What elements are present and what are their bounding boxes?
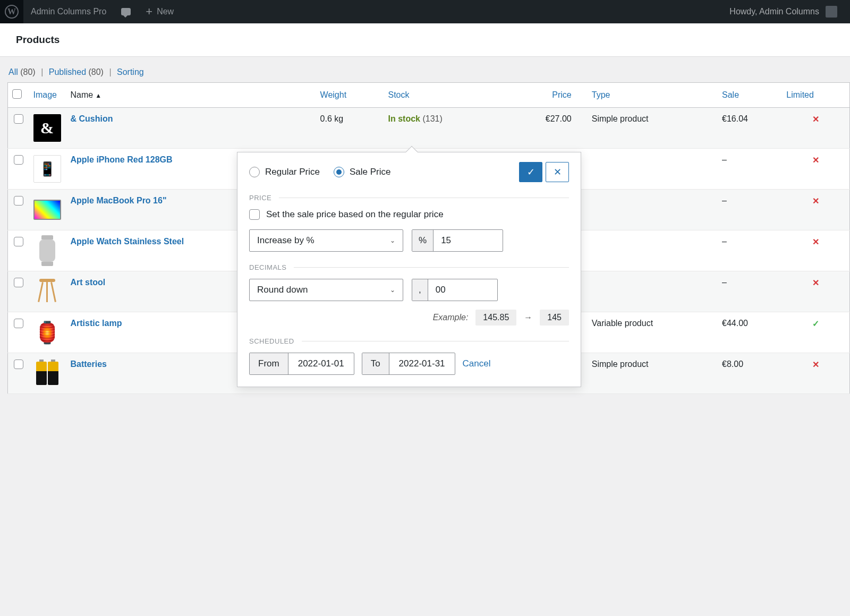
product-name-link[interactable]: Art stool xyxy=(71,278,106,287)
col-type[interactable]: Type xyxy=(588,83,718,108)
limited-no: ✕ xyxy=(782,190,849,230)
sale-cell: – xyxy=(718,149,782,190)
price-value-input[interactable]: 15 xyxy=(434,230,503,251)
col-price[interactable]: Price xyxy=(501,83,587,108)
sort-asc-icon: ▲ xyxy=(95,92,101,99)
product-name-link[interactable]: Apple iPhone Red 128GB xyxy=(71,155,173,164)
example-label: Example: xyxy=(433,313,469,322)
from-label: From xyxy=(250,353,288,374)
type-cell: Simple product xyxy=(588,108,718,149)
product-thumbnail[interactable]: 🏮 xyxy=(29,312,66,353)
type-cell xyxy=(588,230,718,271)
price-cell[interactable]: €27.00 xyxy=(501,108,587,149)
schedule-cancel-link[interactable]: Cancel xyxy=(463,358,491,369)
stock-cell: In stock (131) xyxy=(384,108,501,149)
select-all-checkbox[interactable] xyxy=(12,89,22,99)
row-checkbox[interactable] xyxy=(14,319,23,328)
example-to: 145 xyxy=(540,310,569,326)
radio-sale-price[interactable]: Sale Price xyxy=(334,167,390,177)
close-icon: ✕ xyxy=(554,166,562,178)
col-stock[interactable]: Stock xyxy=(384,83,501,108)
weight-cell: 0.6 kg xyxy=(316,108,384,149)
product-thumbnail[interactable] xyxy=(29,190,66,230)
row-checkbox[interactable] xyxy=(14,237,23,246)
filter-all-count: (80) xyxy=(20,67,35,76)
filter-published[interactable]: Published xyxy=(49,67,86,76)
admin-bar: W Admin Columns Pro + New Howdy, Admin C… xyxy=(0,0,850,23)
round-mode-select[interactable]: Round down ⌄ xyxy=(249,279,403,301)
avatar xyxy=(826,6,837,18)
cancel-button[interactable]: ✕ xyxy=(546,162,569,182)
sale-cell: €44.00 xyxy=(718,312,782,353)
row-checkbox[interactable] xyxy=(14,278,23,287)
limited-no: ✕ xyxy=(782,353,849,394)
sale-cell: – xyxy=(718,190,782,230)
section-decimals: DECIMALS xyxy=(249,263,569,271)
user-menu[interactable]: Howdy, Admin Columns xyxy=(729,6,842,18)
view-filters: All (80) | Published (80) | Sorting xyxy=(7,67,850,82)
row-checkbox[interactable] xyxy=(14,360,23,369)
price-unit: % xyxy=(412,230,434,251)
row-checkbox[interactable] xyxy=(14,196,23,206)
type-cell xyxy=(588,271,718,312)
to-label: To xyxy=(362,353,389,374)
col-weight[interactable]: Weight xyxy=(316,83,384,108)
filter-sorting[interactable]: Sorting xyxy=(117,67,144,76)
sale-cell: – xyxy=(718,230,782,271)
confirm-button[interactable]: ✓ xyxy=(519,162,542,182)
example-from: 145.85 xyxy=(475,310,516,326)
from-date-input[interactable]: 2022-01-01 xyxy=(288,353,354,374)
sale-cell: €16.04 xyxy=(718,108,782,149)
limited-yes: ✓ xyxy=(782,312,849,353)
chevron-down-icon: ⌄ xyxy=(390,237,395,244)
page-header: Products xyxy=(0,23,850,57)
col-sale[interactable]: Sale xyxy=(718,83,782,108)
table-row: & & Cushion 0.6 kg In stock (131) €27.00… xyxy=(8,108,850,149)
product-name-link[interactable]: Apple MacBook Pro 16" xyxy=(71,196,167,205)
col-image[interactable]: Image xyxy=(29,83,66,108)
radio-regular-price[interactable]: Regular Price xyxy=(249,167,320,177)
product-name-link[interactable]: & Cushion xyxy=(71,114,113,123)
comments-icon[interactable] xyxy=(114,0,138,23)
product-name-link[interactable]: Apple Watch Stainless Steel xyxy=(71,237,184,246)
product-thumbnail[interactable]: & xyxy=(29,108,66,149)
new-label: New xyxy=(157,7,174,16)
product-thumbnail[interactable] xyxy=(29,353,66,394)
product-thumbnail[interactable]: 📱 xyxy=(29,149,66,190)
based-on-regular-label: Set the sale price based on the regular … xyxy=(266,209,444,220)
page-title: Products xyxy=(16,34,834,46)
arrow-right-icon: → xyxy=(524,313,532,322)
product-name-link[interactable]: Artistic lamp xyxy=(71,319,122,328)
check-icon: ✓ xyxy=(527,166,535,178)
site-title[interactable]: Admin Columns Pro xyxy=(23,0,114,23)
row-checkbox[interactable] xyxy=(14,114,23,124)
new-button[interactable]: + New xyxy=(138,0,181,23)
limited-no: ✕ xyxy=(782,271,849,312)
product-thumbnail[interactable] xyxy=(29,230,66,271)
filter-all[interactable]: All xyxy=(8,67,18,76)
sale-cell: – xyxy=(718,271,782,312)
col-name[interactable]: Name▲ xyxy=(66,83,316,108)
sale-cell: €8.00 xyxy=(718,353,782,394)
row-checkbox[interactable] xyxy=(14,155,23,165)
chevron-down-icon: ⌄ xyxy=(390,286,395,294)
limited-no: ✕ xyxy=(782,149,849,190)
filter-published-count: (80) xyxy=(88,67,103,76)
to-date-input[interactable]: 2022-01-31 xyxy=(389,353,455,374)
product-thumbnail[interactable] xyxy=(29,271,66,312)
howdy-text: Howdy, Admin Columns xyxy=(729,7,819,16)
type-cell xyxy=(588,149,718,190)
decimal-sep: , xyxy=(412,279,428,301)
product-name-link[interactable]: Batteries xyxy=(71,360,107,369)
section-scheduled: SCHEDULED xyxy=(249,337,569,345)
section-price: PRICE xyxy=(249,194,569,202)
type-cell: Variable product xyxy=(588,312,718,353)
based-on-regular-checkbox[interactable] xyxy=(249,209,260,220)
type-cell: Simple product xyxy=(588,353,718,394)
price-edit-popover: Regular Price Sale Price ✓ ✕ PRICE Set t… xyxy=(237,152,581,387)
col-limited[interactable]: Limited xyxy=(782,83,849,108)
limited-no: ✕ xyxy=(782,108,849,149)
decimal-value-input[interactable]: 00 xyxy=(428,279,497,301)
wp-logo[interactable]: W xyxy=(0,0,23,23)
price-mode-select[interactable]: Increase by % ⌄ xyxy=(249,229,403,252)
